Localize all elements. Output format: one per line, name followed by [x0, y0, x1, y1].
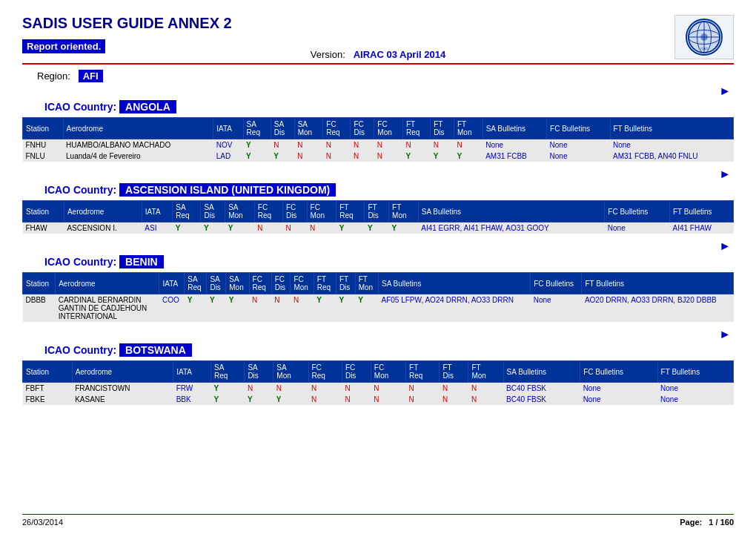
col-header: FC Bulletins	[605, 201, 670, 222]
table-cell: N	[351, 139, 374, 151]
table-cell: N	[282, 222, 307, 234]
col-header: FC Dis	[342, 361, 371, 383]
col-header: FT Req	[314, 273, 336, 294]
col-header: FC Mon	[371, 361, 405, 383]
col-header: Station	[23, 201, 64, 222]
col-header: FC Dis	[282, 201, 307, 222]
table-cell: KASANE	[72, 394, 173, 405]
table-row: FHAWASCENSION I.ASIYYYNNNYYYAI41 EGRR, A…	[23, 222, 734, 234]
table-cell: Y	[273, 394, 308, 405]
footer-date: 26/03/2014	[22, 518, 63, 527]
col-header: FT Mon	[389, 201, 419, 222]
table-cell: Y	[243, 139, 271, 151]
col-header: FC Req	[254, 201, 282, 222]
col-header: FC Dis	[271, 273, 291, 294]
report-oriented-label: Report oriented.	[22, 39, 105, 53]
country-row-0: ICAO Country: ANGOLA	[44, 101, 734, 113]
countries-container: ►ICAO Country: ANGOLAStationAerodromeIAT…	[22, 85, 734, 405]
table-cell: None	[605, 222, 670, 234]
col-header: FT Dis	[431, 118, 454, 139]
table-cell: CARDINAL BERNARDIN GANTIN DE CADJEHOUN I…	[56, 294, 159, 323]
col-header: SA Mon	[273, 361, 308, 383]
table-cell: N	[294, 139, 323, 151]
header-left: SADIS USER GUIDE ANNEX 2 Report oriented…	[22, 15, 232, 55]
table-cell: FHAW	[23, 222, 64, 234]
page-container: SADIS USER GUIDE ANNEX 2 Report oriented…	[0, 0, 756, 426]
table-cell: None	[657, 383, 733, 395]
col-header: FC Req	[308, 361, 342, 383]
table-cell: N	[308, 383, 342, 395]
table-cell: Y	[402, 151, 430, 162]
country-row-1: ICAO Country: ASCENSION ISLAND (UNITED K…	[44, 184, 734, 196]
table-cell: DBBB	[23, 294, 56, 323]
arrow-row-2: ►	[22, 240, 734, 253]
col-header: SA Bulletins	[483, 118, 546, 139]
table-cell: Y	[431, 151, 454, 162]
col-header: FT Bulletins	[610, 118, 734, 139]
arrow-row-0: ►	[22, 85, 734, 98]
table-cell: FBKE	[23, 394, 73, 405]
table-cell: NOV	[213, 139, 243, 151]
table-cell: N	[323, 139, 351, 151]
table-cell: None	[483, 139, 546, 151]
table-cell: Y	[210, 394, 244, 405]
col-header: FC Req	[249, 273, 271, 294]
table-cell: AI41 EGRR, AI41 FHAW, AO31 GOOY	[418, 222, 605, 234]
table-row: FBFTFRANCISTOWNFRWYNNNNNNNNBC40 FBSKNone…	[23, 383, 734, 395]
col-header: IATA	[159, 273, 185, 294]
table-cell: None	[610, 139, 734, 151]
col-header: Aerodrome	[72, 361, 173, 383]
table-cell: Luanda/4 de Fevereiro	[63, 151, 213, 162]
col-header: SA Dis	[201, 201, 225, 222]
col-header: FC Dis	[351, 118, 374, 139]
arrow-icon: ►	[719, 85, 731, 98]
table-cell: N	[254, 222, 282, 234]
col-header: SA Mon	[226, 273, 249, 294]
table-cell: Y	[225, 222, 255, 234]
table-row: FNHUHUAMBO/ALBANO MACHADONOVYNNNNNNNNNon…	[23, 139, 734, 151]
table-cell: N	[454, 139, 483, 151]
col-header: FT Bulletins	[669, 201, 733, 222]
col-header: SA Bulletins	[418, 201, 605, 222]
table-cell: FRW	[173, 383, 211, 395]
table-cell: AM31 FCBB, AN40 FNLU	[610, 151, 734, 162]
col-header: Aerodrome	[56, 273, 159, 294]
region-row: Region: AFI	[37, 70, 734, 82]
table-cell: AO20 DRRN, AO33 DRRN, BJ20 DBBB	[582, 294, 734, 323]
table-cell: FNLU	[23, 151, 64, 162]
col-header: Aerodrome	[64, 201, 142, 222]
table-cell: N	[249, 294, 271, 323]
country-label: ICAO Country:	[44, 184, 119, 196]
table-cell: N	[291, 294, 314, 323]
footer: 26/03/2014 Page: 1 / 160	[22, 514, 734, 527]
table-cell: Y	[210, 383, 244, 395]
table-cell: Y	[226, 294, 249, 323]
col-header: FC Req	[323, 118, 351, 139]
col-header: FT Mon	[355, 273, 378, 294]
svg-text:ICAO: ICAO	[700, 47, 707, 50]
col-header: FC Bulletins	[580, 361, 657, 383]
col-header: FT Mon	[468, 361, 503, 383]
col-header: FT Bulletins	[582, 273, 734, 294]
col-header: SA Req	[173, 201, 201, 222]
table-cell: Y	[201, 222, 225, 234]
table-cell: Y	[207, 294, 226, 323]
country-label: ICAO Country:	[44, 101, 119, 113]
table-cell: Y	[355, 294, 378, 323]
col-header: SA Mon	[225, 201, 255, 222]
footer-page: Page: 1 / 160	[680, 518, 734, 527]
table-cell: LAD	[213, 151, 243, 162]
table-cell: BC40 FBSK	[503, 394, 580, 405]
region-label: Region:	[37, 70, 70, 82]
table-cell: Y	[245, 394, 273, 405]
table-cell: N	[468, 383, 503, 395]
table-cell: None	[547, 139, 610, 151]
col-header: SA Mon	[294, 118, 323, 139]
table-cell: N	[351, 151, 374, 162]
table-cell: N	[374, 139, 403, 151]
col-header: FC Mon	[307, 201, 336, 222]
col-header: FT Bulletins	[657, 361, 733, 383]
col-header: FT Dis	[336, 273, 355, 294]
table-cell: N	[371, 394, 405, 405]
col-header: IATA	[173, 361, 211, 383]
